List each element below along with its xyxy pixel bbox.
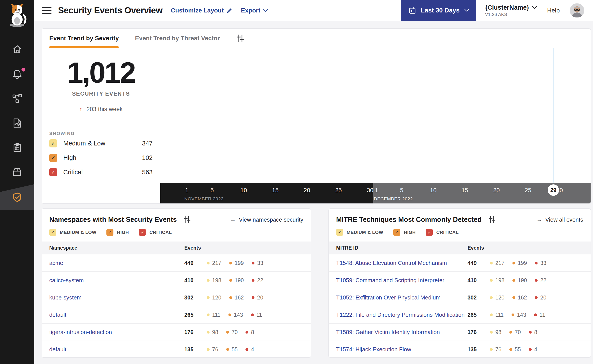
date-range-button[interactable]: Last 30 Days — [401, 0, 476, 21]
events-cell: 17698708 — [467, 329, 537, 335]
package-box-icon — [12, 167, 22, 177]
summary-panel: 1,012 SECURITY EVENTS ↑ 203 this week SH… — [42, 48, 160, 204]
mitre-id-link[interactable]: T1574: Hijack Execution Flow — [329, 346, 467, 353]
severity-checkbox[interactable]: ✓ — [49, 154, 57, 162]
export-menu[interactable]: Export — [241, 7, 268, 14]
severity-checkbox[interactable]: ✓ — [49, 139, 57, 147]
high-dot-icon — [513, 279, 515, 282]
filter-chip-checkbox[interactable]: ✓ — [393, 229, 400, 236]
events-total: 176 — [184, 329, 199, 335]
document-edit-icon — [12, 118, 22, 128]
mitre-id-link[interactable]: T1589: Gather Victim Identity Informatio… — [329, 329, 467, 336]
cluster-selector[interactable]: {ClusterName} V1.26 AKS — [485, 4, 537, 17]
filter-chip: ✓HIGH — [393, 229, 416, 236]
table-row: T1589: Gather Victim Identity Informatio… — [329, 323, 591, 341]
bar-day-4[interactable] — [457, 48, 547, 183]
sidebar-item-compliance[interactable] — [0, 135, 34, 160]
medium-low-dot-icon — [490, 262, 493, 265]
sidebar-item-threat-defense[interactable] — [0, 184, 34, 210]
event-trend-card: Event Trend by Severity Event Trend by T… — [42, 28, 591, 204]
tab-event-trend-by-threat-vector[interactable]: Event Trend by Threat Vector — [135, 29, 220, 48]
medium-low-dot-icon — [207, 348, 210, 351]
sidebar-item-home[interactable] — [0, 37, 34, 62]
menu-icon[interactable] — [42, 7, 52, 14]
user-avatar[interactable] — [570, 3, 584, 18]
sidebar-item-service-graph[interactable] — [0, 86, 34, 111]
events-high: 143 — [512, 312, 526, 318]
mitre-id-link[interactable]: T1052: Exfiltration Over Physical Medium — [329, 294, 467, 301]
namespaces-table-header: Namespace Events — [42, 241, 311, 254]
x-axis-tick: 30 — [367, 187, 373, 194]
sidebar-item-workloads[interactable] — [0, 160, 34, 184]
chevron-down-icon — [263, 9, 268, 12]
events-critical-value: 8 — [534, 329, 537, 335]
high-dot-icon — [512, 313, 514, 316]
sidebar-item-policies[interactable] — [0, 111, 34, 135]
bar-day-3[interactable] — [366, 48, 457, 183]
severity-filter-count: 347 — [142, 140, 153, 147]
x-axis-tick: 20 — [304, 187, 310, 194]
events-cell: 41019819022 — [184, 277, 263, 284]
selected-day-badge[interactable]: 29 — [548, 184, 559, 196]
x-axis-tick: 1 — [185, 187, 188, 194]
view-all-events-link[interactable]: → View all events — [537, 216, 583, 223]
x-axis-tick: 15 — [272, 187, 279, 194]
help-link[interactable]: Help — [547, 7, 560, 14]
pencil-icon — [227, 7, 233, 13]
namespaces-card-title: Namespaces with Most Security Events — [49, 216, 177, 224]
filter-chip-checkbox[interactable]: ✓ — [107, 229, 113, 236]
tab-event-trend-by-severity[interactable]: Event Trend by Severity — [49, 29, 119, 48]
filter-chip-label: CRITICAL — [436, 230, 459, 235]
mitre-id-link[interactable]: T1059: Command and Scripting Interpreter — [329, 277, 467, 284]
namespace-link[interactable]: default — [42, 346, 184, 353]
bar-day-1[interactable] — [184, 48, 275, 183]
namespace-link[interactable]: default — [42, 312, 184, 318]
view-namespace-security-link[interactable]: → View namespace security — [230, 216, 303, 223]
notification-dot — [21, 68, 25, 72]
critical-dot-icon — [534, 313, 537, 316]
events-critical-value: 8 — [251, 329, 254, 335]
events-critical: 20 — [535, 294, 546, 301]
severity-trend-chart[interactable]: 151015202530151015202530NOVEMBER 2022DEC… — [160, 48, 591, 204]
events-total: 449 — [467, 260, 482, 266]
filter-chip-checkbox[interactable]: ✓ — [49, 229, 56, 236]
mitre-settings-icon[interactable] — [488, 216, 496, 224]
events-medium-low: 98 — [207, 329, 218, 335]
events-high-value: 70 — [515, 329, 521, 335]
bar-day-2[interactable] — [275, 48, 366, 183]
critical-dot-icon — [252, 279, 254, 282]
sidebar-item-alerts[interactable] — [0, 62, 34, 86]
events-medium-low-value: 111 — [495, 312, 504, 318]
namespaces-settings-icon[interactable] — [183, 216, 191, 224]
filter-chip-checkbox[interactable]: ✓ — [336, 229, 343, 236]
namespace-link[interactable]: calico-system — [42, 277, 184, 284]
network-graph-icon — [12, 93, 22, 104]
high-dot-icon — [229, 262, 232, 265]
customize-layout-link[interactable]: Customize Layout — [171, 7, 233, 14]
avatar-image — [570, 3, 584, 18]
events-critical: 4 — [246, 346, 254, 353]
critical-dot-icon — [529, 348, 532, 351]
severity-filter-label: High — [63, 154, 76, 162]
filter-chip-checkbox[interactable]: ✓ — [426, 229, 433, 236]
events-high: 190 — [229, 277, 244, 284]
events-high-value: 143 — [234, 312, 243, 318]
events-total: 176 — [467, 329, 482, 335]
events-critical-value: 4 — [251, 346, 254, 353]
namespaces-table-rows: acme44921719933calico-system41019819022k… — [42, 254, 311, 358]
namespace-link[interactable]: acme — [42, 260, 184, 266]
events-medium-low: 120 — [207, 294, 221, 301]
events-medium-low-value: 217 — [212, 260, 221, 266]
bar-day-5[interactable] — [548, 48, 591, 183]
trend-settings-icon[interactable] — [236, 34, 245, 43]
events-medium-low: 76 — [490, 346, 501, 353]
events-critical-value: 20 — [540, 294, 546, 301]
filter-chip-label: MEDIUM & LOW — [347, 230, 383, 235]
mitre-id-link[interactable]: T1548: Abuse Elevation Control Mechanism — [329, 260, 467, 266]
mitre-id-link[interactable]: T1222: File and Directory Permissions Mo… — [329, 312, 467, 318]
severity-checkbox[interactable]: ✓ — [49, 168, 57, 176]
events-critical-value: 4 — [534, 346, 537, 353]
namespace-link[interactable]: kube-system — [42, 294, 184, 301]
namespace-link[interactable]: tigera-intrusion-detection — [42, 329, 184, 336]
filter-chip-checkbox[interactable]: ✓ — [139, 229, 146, 236]
